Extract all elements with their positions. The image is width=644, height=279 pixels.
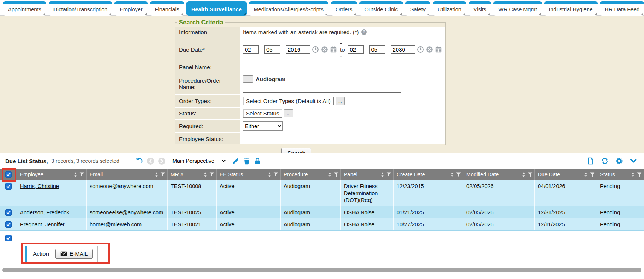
filter-funnel-icon[interactable] xyxy=(209,172,214,177)
clear-date-icon[interactable] xyxy=(426,46,433,53)
sort-icon[interactable] xyxy=(450,172,454,177)
tab-dictation-transcription[interactable]: Dictation/Transcription xyxy=(49,1,113,16)
employee-link[interactable]: Anderson, Frederick xyxy=(20,209,69,215)
row-checkbox[interactable] xyxy=(5,183,12,190)
employee-link[interactable]: Pregnant, Jennifer xyxy=(20,221,65,227)
tab-orders[interactable]: Orders xyxy=(331,1,357,16)
information-label: Information xyxy=(175,27,240,38)
sort-icon[interactable] xyxy=(267,172,272,177)
clear-date-icon[interactable] xyxy=(321,46,328,53)
procedure-small-input[interactable] xyxy=(288,75,328,83)
due-date-to-day-input[interactable] xyxy=(369,45,385,54)
sort-icon[interactable] xyxy=(328,172,332,177)
filter-funnel-icon[interactable] xyxy=(590,172,595,177)
tab-employer[interactable]: Employer xyxy=(114,1,147,16)
filter-funnel-icon[interactable] xyxy=(160,172,165,177)
email-button[interactable]: E-MAIL xyxy=(55,249,93,259)
due-date-from-day-input[interactable] xyxy=(264,45,280,54)
edit-pencil-icon[interactable] xyxy=(232,157,240,165)
column-header-status[interactable]: Status xyxy=(597,169,644,180)
help-icon[interactable]: ? xyxy=(361,29,367,35)
history-forward-icon[interactable] xyxy=(158,157,166,165)
column-header-create_date[interactable]: Create Date xyxy=(394,169,463,180)
column-header-employee[interactable]: Employee xyxy=(17,169,87,180)
required-select[interactable]: Either xyxy=(243,121,283,131)
remove-procedure-button[interactable]: — xyxy=(243,75,253,83)
column-header-due_date[interactable]: Due Date xyxy=(535,169,597,180)
perspective-select[interactable]: Main Perspective xyxy=(171,156,227,166)
column-header-email[interactable]: Email xyxy=(87,169,168,180)
filter-funnel-icon[interactable] xyxy=(79,172,84,177)
column-header-ee_status[interactable]: EE Status xyxy=(217,169,281,180)
column-header-modified_date[interactable]: Modified Date xyxy=(463,169,535,180)
tab-wr-case-mgmt[interactable]: WR Case Mgmt xyxy=(493,1,542,16)
tab-label: Dictation/Transcription xyxy=(53,6,108,12)
select-all-checkbox[interactable] xyxy=(5,171,12,178)
tab-financials[interactable]: Financials xyxy=(150,1,184,16)
refresh-icon[interactable] xyxy=(601,157,609,165)
tab-dropdown-indicator-icon xyxy=(400,13,402,15)
column-header-mr[interactable]: MR # xyxy=(168,169,217,180)
bottom-select-all-checkbox[interactable] xyxy=(5,235,12,241)
due-date-to-month-input[interactable] xyxy=(348,45,364,54)
collapse-chevron-icon[interactable] xyxy=(630,157,637,165)
filter-funnel-icon[interactable] xyxy=(528,172,533,177)
tab-safety[interactable]: Safety xyxy=(405,1,430,16)
cell-ee_status: Active xyxy=(217,180,281,206)
employee-link[interactable]: Harris, Christine xyxy=(20,183,59,189)
cell-status: Pending xyxy=(597,206,644,218)
status-listbox[interactable]: Select Status xyxy=(243,109,282,118)
calendar-icon[interactable] xyxy=(435,46,442,53)
sort-icon[interactable] xyxy=(631,172,635,177)
delete-trash-icon[interactable] xyxy=(243,157,250,165)
horizontal-scrollbar[interactable] xyxy=(2,268,641,272)
row-checkbox[interactable] xyxy=(5,221,12,228)
status-browse-button[interactable]: ... xyxy=(284,109,293,117)
tab-label: Medications/Allergies/Scripts xyxy=(254,6,324,12)
row-checkbox[interactable] xyxy=(5,209,12,216)
clock-icon[interactable] xyxy=(417,46,424,53)
column-header-procedure[interactable]: Procedure xyxy=(281,169,341,180)
order-types-browse-button[interactable]: ... xyxy=(336,97,345,105)
tab-health-surveillance[interactable]: Health Surveillance xyxy=(186,1,247,16)
filter-funnel-icon[interactable] xyxy=(456,172,461,177)
panel-name-input[interactable] xyxy=(243,63,401,71)
sort-icon[interactable] xyxy=(584,172,588,177)
employee-status-input[interactable] xyxy=(243,135,401,143)
tab-industrial-hygiene[interactable]: Industrial Hygiene xyxy=(544,1,598,16)
cell-create_date: 01/21/2025 xyxy=(394,206,463,218)
tab-medications-allergies-scripts[interactable]: Medications/Allergies/Scripts xyxy=(249,1,328,16)
filter-funnel-icon[interactable] xyxy=(334,172,339,177)
sort-icon[interactable] xyxy=(380,172,385,177)
tab-hr-data-feed[interactable]: HR Data Feed xyxy=(600,1,644,16)
filter-funnel-icon[interactable] xyxy=(386,172,391,177)
order-types-listbox[interactable]: Select Order Types (Default is All) xyxy=(243,97,334,105)
settings-gear-icon[interactable] xyxy=(615,157,623,165)
undo-refresh-icon[interactable] xyxy=(136,157,143,165)
sort-icon[interactable] xyxy=(522,172,526,177)
tab-visits[interactable]: Visits xyxy=(469,1,491,16)
cell-status: Pending xyxy=(597,180,644,206)
date-separator: - xyxy=(387,46,389,53)
due-date-from-month-input[interactable] xyxy=(243,45,259,54)
sort-icon[interactable] xyxy=(73,172,78,177)
filter-funnel-icon[interactable] xyxy=(273,172,278,177)
tab-label: Utilization xyxy=(438,6,461,12)
tab-appointments[interactable]: Appointments xyxy=(3,1,46,16)
tab-outside-clinic[interactable]: Outside Clinic xyxy=(359,1,403,16)
due-date-to-year-input[interactable] xyxy=(391,45,415,54)
filter-funnel-icon[interactable] xyxy=(637,172,642,177)
sort-icon[interactable] xyxy=(154,172,159,177)
lock-icon[interactable] xyxy=(254,157,261,165)
procedure-search-input[interactable] xyxy=(243,85,401,93)
document-icon[interactable] xyxy=(587,157,594,165)
due-date-from-year-input[interactable] xyxy=(286,45,310,54)
calendar-icon[interactable] xyxy=(330,46,337,53)
sort-icon[interactable] xyxy=(203,172,208,177)
screen: AppointmentsDictation/TranscriptionEmplo… xyxy=(0,0,644,279)
column-header-panel[interactable]: Panel xyxy=(341,169,394,180)
clock-icon[interactable] xyxy=(312,46,319,53)
cell-panel: Driver Fitness Determination (DOT)(Req) xyxy=(341,180,394,206)
history-back-icon[interactable] xyxy=(147,157,154,165)
tab-utilization[interactable]: Utilization xyxy=(433,1,466,16)
